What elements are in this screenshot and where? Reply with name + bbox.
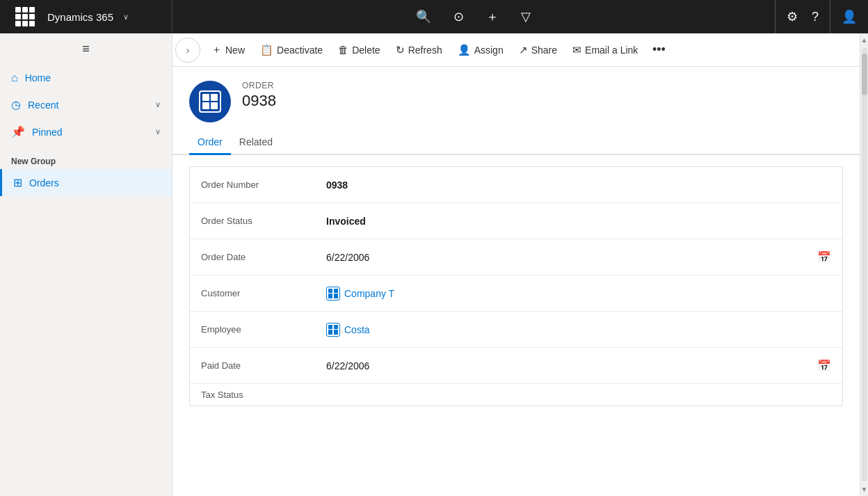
field-tax-status: Tax Status [190,384,842,406]
field-paid-date: Paid Date 6/22/2006 📅 [190,348,842,384]
new-label: New [225,45,245,56]
email-icon: ✉ [572,44,581,56]
tab-order[interactable]: Order [189,131,231,155]
pinned-icon: 📌 [11,125,25,138]
right-scrollbar: ▲ ▼ [860,33,868,496]
field-order-number: Order Number 0938 [190,167,842,203]
back-icon: › [186,45,190,56]
waffle-button[interactable] [10,4,40,29]
scroll-up-arrow[interactable]: ▲ [858,33,868,47]
customer-label: Customer [201,288,326,298]
deactivate-icon: 📋 [260,44,273,56]
pinned-chevron-icon: ∨ [155,127,161,136]
employee-value[interactable]: Costa [326,323,831,337]
user-profile-button[interactable]: 👤 [830,9,868,24]
form-section: Order Number 0938 Order Status Invoiced … [189,166,843,406]
topbar-actions: 🔍 ⊙ ＋ ▽ [172,6,775,28]
record-avatar-icon [199,90,221,113]
tax-status-label: Tax Status [201,390,326,400]
topbar-settings-group: ⚙ ? [775,0,830,33]
email-link-label: Email a Link [585,45,638,56]
customer-entity-icon [326,287,340,301]
order-status-label: Order Status [201,216,326,226]
sidebar-recent-label: Recent [28,99,148,111]
sidebar-item-pinned[interactable]: 📌 Pinned ∨ [0,118,172,145]
brand-title: Dynamics 365 [47,11,113,23]
record-type: ORDER [242,81,276,90]
brand-chevron-icon[interactable]: ∨ [123,13,129,22]
new-button[interactable]: ＋ New [204,38,252,63]
topbar-brand: Dynamics 365 ∨ [0,0,172,33]
sidebar-hamburger[interactable]: ≡ [0,33,172,65]
delete-button[interactable]: 🗑 Delete [331,38,387,63]
delete-icon: 🗑 [338,44,348,56]
sidebar-home-label: Home [25,72,161,83]
paid-date-label: Paid Date [201,360,326,371]
order-date-value: 6/22/2006 [326,252,817,263]
tab-related[interactable]: Related [231,131,281,155]
email-link-button[interactable]: ✉ Email a Link [565,38,645,63]
orders-icon: ⊞ [13,176,22,189]
sidebar: ≡ ⌂ Home ◷ Recent ∨ 📌 Pinned ∨ New Group… [0,33,172,496]
deactivate-label: Deactivate [277,45,323,56]
refresh-label: Refresh [408,45,442,56]
order-status-value: Invoiced [326,216,831,227]
deactivate-button[interactable]: 📋 Deactivate [253,38,330,63]
waffle-icon [15,7,35,26]
sidebar-orders-label: Orders [29,177,59,189]
sidebar-section-label: New Group [0,145,172,169]
main-layout: ≡ ⌂ Home ◷ Recent ∨ 📌 Pinned ∨ New Group… [0,33,868,496]
assign-button[interactable]: 👤 Assign [451,38,511,63]
paid-date-value: 6/22/2006 [326,360,817,371]
paid-date-calendar-icon[interactable]: 📅 [817,359,831,372]
record-header: ORDER 0938 [172,67,860,131]
field-order-status: Order Status Invoiced [190,203,842,239]
employee-entity-icon [326,323,340,337]
field-customer: Customer Company T [190,275,842,312]
order-date-calendar-icon[interactable]: 📅 [817,250,831,264]
refresh-icon: ↻ [396,44,405,56]
new-record-button[interactable]: ＋ [481,6,504,28]
order-date-label: Order Date [201,252,326,262]
recent-chevron-icon: ∨ [155,100,161,109]
home-icon: ⌂ [11,72,18,84]
record-title-area: ORDER 0938 [242,81,276,110]
assign-icon: 👤 [458,44,471,56]
search-button[interactable]: 🔍 [410,6,437,27]
field-order-date: Order Date 6/22/2006 📅 [190,239,842,275]
share-button[interactable]: ↗ Share [512,38,564,63]
topbar: Dynamics 365 ∨ 🔍 ⊙ ＋ ▽ ⚙ ? 👤 [0,0,868,33]
scroll-track [862,48,867,481]
more-actions-button[interactable]: ••• [646,38,671,63]
sidebar-item-home[interactable]: ⌂ Home [0,65,172,91]
scroll-thumb[interactable] [862,54,867,95]
sidebar-item-recent[interactable]: ◷ Recent ∨ [0,91,172,118]
new-icon: ＋ [211,43,222,56]
customer-value[interactable]: Company T [326,287,831,301]
settings-button[interactable]: ⚙ [781,6,803,27]
tabs-bar: Order Related [172,131,860,155]
field-employee: Employee Costa [190,312,842,348]
recent-items-button[interactable]: ⊙ [448,6,469,27]
record-avatar [189,81,231,122]
sidebar-pinned-label: Pinned [32,127,148,138]
help-button[interactable]: ? [806,7,824,27]
form-container: Order Number 0938 Order Status Invoiced … [172,155,860,496]
content-area: › ＋ New 📋 Deactivate 🗑 Delete ↻ Refresh … [172,33,860,496]
order-number-label: Order Number [201,179,326,190]
employee-label: Employee [201,324,326,335]
record-name: 0938 [242,92,276,110]
share-icon: ↗ [519,44,528,56]
back-button[interactable]: › [175,38,200,63]
scroll-down-arrow[interactable]: ▼ [858,483,868,496]
more-icon: ••• [652,42,666,57]
command-bar: › ＋ New 📋 Deactivate 🗑 Delete ↻ Refresh … [172,33,860,67]
filter-button[interactable]: ▽ [515,6,536,27]
order-number-value: 0938 [326,179,831,191]
delete-label: Delete [352,45,380,56]
recent-icon: ◷ [11,98,21,111]
sidebar-item-orders[interactable]: ⊞ Orders [0,169,172,196]
assign-label: Assign [474,45,504,56]
refresh-button[interactable]: ↻ Refresh [389,38,449,63]
share-label: Share [531,45,557,56]
